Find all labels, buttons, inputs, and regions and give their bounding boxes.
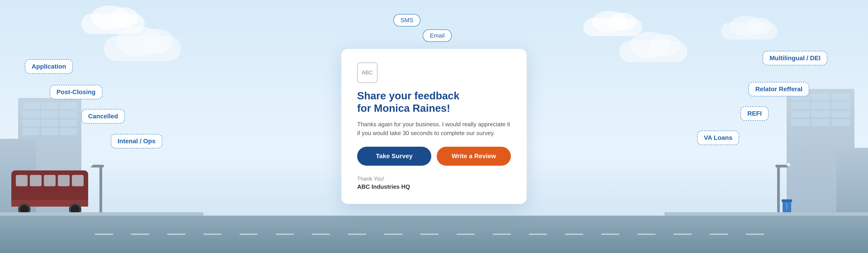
tag-va-loans[interactable]: VA Loans: [697, 131, 739, 145]
tag-relator-refferal[interactable]: Relator Refferal: [748, 82, 809, 96]
pill-sms[interactable]: SMS: [393, 14, 421, 26]
building-side-right: [836, 148, 868, 216]
card-thank-you: Thank You!: [357, 176, 511, 182]
card-buttons: Take Survey Write a Review: [357, 147, 511, 166]
pill-email[interactable]: Email: [423, 29, 452, 42]
card-company-name: ABC Industries HQ: [357, 184, 511, 191]
tag-multilingual-dei[interactable]: Multilingual / DEI: [763, 51, 827, 65]
road: [0, 216, 868, 253]
cloud-3: [583, 18, 642, 36]
card-title: Share your feedback for Monica Raines!: [357, 90, 511, 114]
tag-internal-ops[interactable]: Intenal / Ops: [111, 134, 162, 148]
tag-post-closing[interactable]: Post-Closing: [50, 85, 102, 99]
road-markings: [95, 233, 773, 235]
cloud-4: [619, 41, 687, 62]
card-logo: ABC: [357, 62, 377, 83]
cloud-2: [104, 36, 181, 61]
write-review-button[interactable]: Write a Review: [437, 147, 511, 166]
tag-refi[interactable]: REFI: [741, 106, 769, 121]
lamp-post-left: [99, 165, 102, 215]
cloud-5: [721, 23, 778, 39]
lamp-post-right: [777, 165, 780, 215]
trash-bin: [782, 201, 791, 214]
tag-cancelled[interactable]: Cancelled: [81, 109, 125, 123]
feedback-card: ABC Share your feedback for Monica Raine…: [341, 49, 527, 204]
take-survey-button[interactable]: Take Survey: [357, 147, 431, 166]
tag-application[interactable]: Application: [25, 59, 73, 74]
card-description: Thanks again for your business. I would …: [357, 120, 511, 138]
bus: [11, 170, 88, 214]
